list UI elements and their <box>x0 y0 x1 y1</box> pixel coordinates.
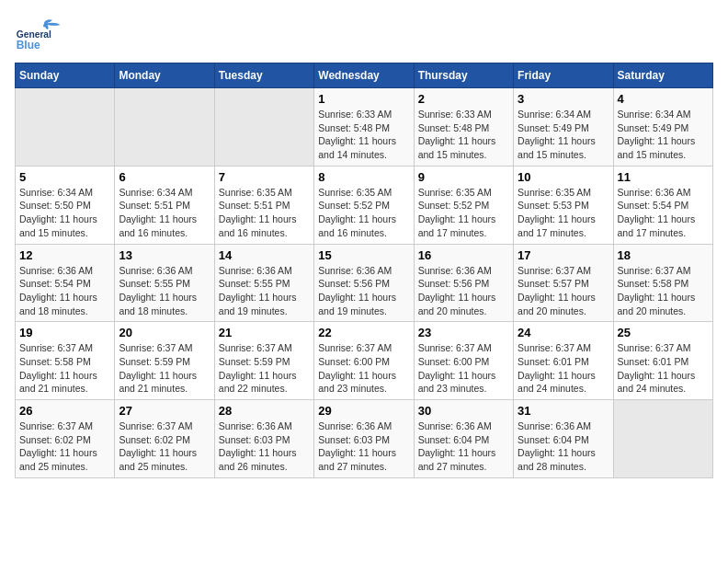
day-number: 20 <box>119 326 210 339</box>
day-info: Sunrise: 6:35 AM Sunset: 5:53 PM Dayligh… <box>518 186 609 240</box>
calendar-cell: 12Sunrise: 6:36 AM Sunset: 5:54 PM Dayli… <box>16 244 115 322</box>
day-number: 15 <box>318 248 409 262</box>
day-info: Sunrise: 6:34 AM Sunset: 5:49 PM Dayligh… <box>618 108 709 162</box>
week-row-4: 19Sunrise: 6:37 AM Sunset: 5:58 PM Dayli… <box>16 322 713 400</box>
day-info: Sunrise: 6:33 AM Sunset: 5:48 PM Dayligh… <box>318 108 409 162</box>
calendar-cell: 6Sunrise: 6:34 AM Sunset: 5:51 PM Daylig… <box>115 166 214 244</box>
day-number: 9 <box>418 170 509 184</box>
day-number: 1 <box>318 92 409 106</box>
calendar-body: 1Sunrise: 6:33 AM Sunset: 5:48 PM Daylig… <box>16 88 713 478</box>
day-number: 11 <box>618 170 709 184</box>
day-number: 7 <box>219 170 310 184</box>
column-header-monday: Monday <box>115 63 214 88</box>
day-info: Sunrise: 6:36 AM Sunset: 6:04 PM Dayligh… <box>418 419 509 474</box>
day-info: Sunrise: 6:37 AM Sunset: 5:57 PM Dayligh… <box>518 264 609 318</box>
day-number: 30 <box>418 404 509 418</box>
column-header-thursday: Thursday <box>414 63 513 88</box>
day-number: 8 <box>318 170 409 184</box>
calendar-cell: 17Sunrise: 6:37 AM Sunset: 5:57 PM Dayli… <box>514 244 613 322</box>
week-row-1: 1Sunrise: 6:33 AM Sunset: 5:48 PM Daylig… <box>16 88 713 167</box>
page-header: General Blue <box>15 15 713 52</box>
day-number: 19 <box>19 326 110 339</box>
day-number: 24 <box>518 326 609 339</box>
week-row-2: 5Sunrise: 6:34 AM Sunset: 5:50 PM Daylig… <box>16 166 713 244</box>
calendar-header: SundayMondayTuesdayWednesdayThursdayFrid… <box>16 63 713 88</box>
day-info: Sunrise: 6:36 AM Sunset: 5:55 PM Dayligh… <box>119 264 210 318</box>
day-info: Sunrise: 6:36 AM Sunset: 5:56 PM Dayligh… <box>318 264 409 318</box>
day-number: 13 <box>119 248 210 262</box>
day-info: Sunrise: 6:35 AM Sunset: 5:52 PM Dayligh… <box>418 186 509 240</box>
day-info: Sunrise: 6:36 AM Sunset: 5:56 PM Dayligh… <box>418 264 509 318</box>
day-info: Sunrise: 6:36 AM Sunset: 6:04 PM Dayligh… <box>518 419 609 474</box>
day-number: 27 <box>119 404 210 418</box>
calendar-cell: 23Sunrise: 6:37 AM Sunset: 6:00 PM Dayli… <box>414 322 513 400</box>
week-row-5: 26Sunrise: 6:37 AM Sunset: 6:02 PM Dayli… <box>16 400 713 478</box>
day-info: Sunrise: 6:33 AM Sunset: 5:48 PM Dayligh… <box>418 108 509 162</box>
calendar-cell: 9Sunrise: 6:35 AM Sunset: 5:52 PM Daylig… <box>414 166 513 244</box>
day-number: 31 <box>518 404 609 418</box>
calendar-cell: 15Sunrise: 6:36 AM Sunset: 5:56 PM Dayli… <box>314 244 414 322</box>
calendar-cell: 5Sunrise: 6:34 AM Sunset: 5:50 PM Daylig… <box>16 166 115 244</box>
calendar-cell: 19Sunrise: 6:37 AM Sunset: 5:58 PM Dayli… <box>16 322 115 400</box>
column-header-sunday: Sunday <box>16 63 115 88</box>
day-info: Sunrise: 6:35 AM Sunset: 5:52 PM Dayligh… <box>318 186 409 240</box>
column-header-wednesday: Wednesday <box>314 63 414 88</box>
day-number: 3 <box>518 92 609 106</box>
calendar-cell: 25Sunrise: 6:37 AM Sunset: 6:01 PM Dayli… <box>613 322 712 400</box>
calendar-cell: 27Sunrise: 6:37 AM Sunset: 6:02 PM Dayli… <box>115 400 214 478</box>
day-number: 10 <box>518 170 609 184</box>
column-header-saturday: Saturday <box>613 63 712 88</box>
calendar-cell: 24Sunrise: 6:37 AM Sunset: 6:01 PM Dayli… <box>514 322 613 400</box>
calendar-cell: 26Sunrise: 6:37 AM Sunset: 6:02 PM Dayli… <box>16 400 115 478</box>
header-row: SundayMondayTuesdayWednesdayThursdayFrid… <box>16 63 713 88</box>
calendar-cell: 13Sunrise: 6:36 AM Sunset: 5:55 PM Dayli… <box>115 244 214 322</box>
calendar-cell: 28Sunrise: 6:36 AM Sunset: 6:03 PM Dayli… <box>214 400 313 478</box>
day-number: 17 <box>518 248 609 262</box>
day-info: Sunrise: 6:34 AM Sunset: 5:51 PM Dayligh… <box>119 186 210 240</box>
day-number: 28 <box>219 404 310 418</box>
day-number: 4 <box>618 92 709 106</box>
calendar-table: SundayMondayTuesdayWednesdayThursdayFrid… <box>15 63 713 478</box>
day-number: 21 <box>219 326 310 339</box>
day-number: 12 <box>19 248 110 262</box>
day-number: 2 <box>418 92 509 106</box>
calendar-cell: 4Sunrise: 6:34 AM Sunset: 5:49 PM Daylig… <box>613 88 712 167</box>
day-info: Sunrise: 6:37 AM Sunset: 5:58 PM Dayligh… <box>19 341 110 396</box>
calendar-cell: 30Sunrise: 6:36 AM Sunset: 6:04 PM Dayli… <box>414 400 513 478</box>
day-number: 14 <box>219 248 310 262</box>
calendar-cell <box>16 88 115 167</box>
day-number: 26 <box>19 404 110 418</box>
day-number: 22 <box>318 326 409 339</box>
calendar-cell: 22Sunrise: 6:37 AM Sunset: 6:00 PM Dayli… <box>314 322 414 400</box>
day-info: Sunrise: 6:36 AM Sunset: 5:55 PM Dayligh… <box>219 264 310 318</box>
day-number: 29 <box>318 404 409 418</box>
calendar-cell: 11Sunrise: 6:36 AM Sunset: 5:54 PM Dayli… <box>613 166 712 244</box>
svg-text:Blue: Blue <box>17 39 40 52</box>
day-info: Sunrise: 6:37 AM Sunset: 6:00 PM Dayligh… <box>318 341 409 396</box>
day-number: 6 <box>119 170 210 184</box>
week-row-3: 12Sunrise: 6:36 AM Sunset: 5:54 PM Dayli… <box>16 244 713 322</box>
calendar-cell: 2Sunrise: 6:33 AM Sunset: 5:48 PM Daylig… <box>414 88 513 167</box>
calendar-cell <box>115 88 214 167</box>
calendar-cell <box>214 88 313 167</box>
calendar-cell: 21Sunrise: 6:37 AM Sunset: 5:59 PM Dayli… <box>214 322 313 400</box>
calendar-cell <box>613 400 712 478</box>
calendar-cell: 7Sunrise: 6:35 AM Sunset: 5:51 PM Daylig… <box>214 166 313 244</box>
calendar-cell: 10Sunrise: 6:35 AM Sunset: 5:53 PM Dayli… <box>514 166 613 244</box>
calendar-cell: 14Sunrise: 6:36 AM Sunset: 5:55 PM Dayli… <box>214 244 313 322</box>
calendar-cell: 1Sunrise: 6:33 AM Sunset: 5:48 PM Daylig… <box>314 88 414 167</box>
logo-icon: General Blue <box>15 15 70 52</box>
column-header-friday: Friday <box>514 63 613 88</box>
calendar-cell: 20Sunrise: 6:37 AM Sunset: 5:59 PM Dayli… <box>115 322 214 400</box>
day-number: 5 <box>19 170 110 184</box>
calendar-cell: 3Sunrise: 6:34 AM Sunset: 5:49 PM Daylig… <box>514 88 613 167</box>
day-info: Sunrise: 6:37 AM Sunset: 6:00 PM Dayligh… <box>418 341 509 396</box>
day-info: Sunrise: 6:37 AM Sunset: 6:01 PM Dayligh… <box>618 341 709 396</box>
day-info: Sunrise: 6:34 AM Sunset: 5:50 PM Dayligh… <box>19 186 110 240</box>
day-info: Sunrise: 6:36 AM Sunset: 6:03 PM Dayligh… <box>219 419 310 474</box>
day-number: 25 <box>618 326 709 339</box>
day-info: Sunrise: 6:34 AM Sunset: 5:49 PM Dayligh… <box>518 108 609 162</box>
day-info: Sunrise: 6:37 AM Sunset: 5:58 PM Dayligh… <box>618 264 709 318</box>
day-info: Sunrise: 6:36 AM Sunset: 6:03 PM Dayligh… <box>318 419 409 474</box>
day-info: Sunrise: 6:37 AM Sunset: 6:01 PM Dayligh… <box>518 341 609 396</box>
